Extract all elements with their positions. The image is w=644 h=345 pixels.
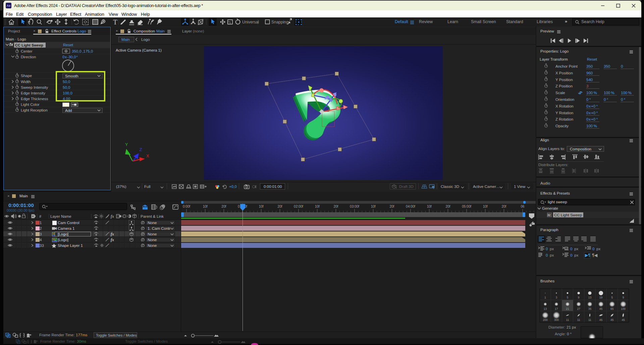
svg-text:Y: Y xyxy=(125,142,128,147)
svg-text:27: 27 xyxy=(577,307,580,310)
svg-text:20f: 20f xyxy=(389,205,394,208)
svg-text:1: 1 xyxy=(544,296,546,299)
svg-text:100: 100 xyxy=(621,307,626,310)
svg-text:10f: 10f xyxy=(203,205,208,208)
svg-text:20f: 20f xyxy=(501,205,506,208)
svg-text:65: 65 xyxy=(610,307,614,310)
svg-text:19: 19 xyxy=(599,296,603,299)
svg-text:06: 06 xyxy=(521,205,525,208)
svg-text:10f: 10f xyxy=(371,205,376,208)
svg-text:20f: 20f xyxy=(333,205,338,208)
svg-text:20f: 20f xyxy=(221,205,226,208)
svg-text:10f: 10f xyxy=(483,205,488,208)
svg-text:03:00f: 03:00f xyxy=(350,205,359,208)
svg-text:11: 11 xyxy=(588,318,591,322)
svg-text:20f: 20f xyxy=(277,205,282,208)
svg-text:0:00f: 0:00f xyxy=(183,205,190,208)
svg-text:45: 45 xyxy=(622,318,625,322)
svg-text:200: 200 xyxy=(543,318,548,322)
svg-text:X: X xyxy=(146,153,149,158)
svg-text:20f: 20f xyxy=(445,205,450,208)
svg-text:fx: fx xyxy=(111,237,114,242)
svg-text:Z: Z xyxy=(140,147,142,152)
svg-text:fx: fx xyxy=(111,232,114,236)
svg-text:300: 300 xyxy=(554,318,559,322)
svg-text:9: 9 xyxy=(578,296,580,299)
svg-text:45: 45 xyxy=(599,307,603,310)
svg-text:10f: 10f xyxy=(427,205,432,208)
svg-text:10f: 10f xyxy=(259,205,264,208)
svg-text:21: 21 xyxy=(566,307,569,310)
svg-text:5: 5 xyxy=(567,296,569,299)
svg-text:05:00f: 05:00f xyxy=(462,205,471,208)
svg-text:17: 17 xyxy=(555,307,558,310)
svg-text:Layer Name: Layer Name xyxy=(50,214,71,218)
svg-text:Parent & Link: Parent & Link xyxy=(141,214,164,218)
svg-text:11: 11 xyxy=(566,318,569,322)
svg-text:9: 9 xyxy=(623,296,624,299)
svg-text:5: 5 xyxy=(611,296,613,299)
svg-text:#: # xyxy=(39,214,42,218)
svg-text:10f: 10f xyxy=(315,205,320,208)
svg-text:13: 13 xyxy=(544,307,547,310)
svg-text:fx: fx xyxy=(111,214,114,219)
svg-text:45: 45 xyxy=(610,318,614,322)
svg-text:45: 45 xyxy=(599,318,603,322)
svg-text:04:00f: 04:00f xyxy=(406,205,415,208)
svg-text:13: 13 xyxy=(588,296,592,299)
svg-text:11: 11 xyxy=(577,318,580,322)
svg-text:02:00f: 02:00f xyxy=(294,205,303,208)
svg-text:35: 35 xyxy=(588,307,592,310)
svg-text:3: 3 xyxy=(555,296,557,299)
